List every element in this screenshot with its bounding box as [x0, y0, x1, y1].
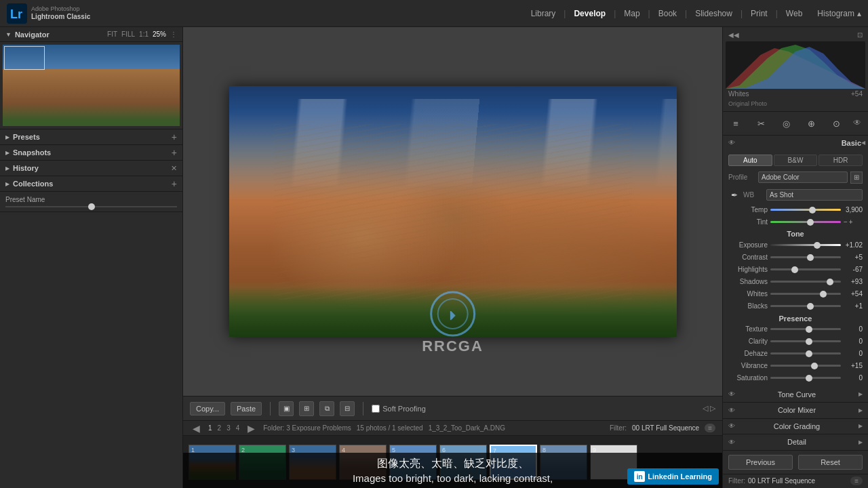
highlights-track[interactable] — [770, 268, 841, 270]
previous-button[interactable]: Previous — [728, 455, 793, 470]
clarity-track[interactable] — [770, 340, 841, 342]
profile-grid-btn[interactable]: ⊞ — [850, 171, 863, 184]
temp-value[interactable]: 3,900 — [844, 206, 863, 214]
whites-track[interactable] — [770, 293, 841, 295]
nav-print[interactable]: Print — [743, 6, 776, 21]
mode-auto-btn[interactable]: Auto — [728, 155, 772, 166]
temp-thumb[interactable] — [809, 207, 816, 214]
crop-tool-icon[interactable]: ✂ — [752, 115, 770, 132]
texture-track[interactable] — [770, 328, 841, 330]
zoom-fit[interactable]: FIT — [107, 30, 117, 38]
tint-inc-btn[interactable]: + — [849, 218, 853, 226]
color-grading-section[interactable]: 👁 Color Grading ▶ — [723, 419, 868, 435]
zoom-fill[interactable]: FILL — [121, 30, 135, 38]
histogram-corner-btn[interactable]: ◀◀ — [728, 31, 739, 39]
snapshots-header[interactable]: ▶ Snapshots + — [0, 145, 182, 160]
spot-removal-icon[interactable]: ◎ — [777, 115, 795, 132]
shadows-thumb[interactable] — [827, 279, 833, 285]
saturation-value[interactable]: 0 — [844, 374, 863, 382]
paging-prev[interactable]: ◀ — [190, 421, 203, 436]
blacks-track[interactable] — [770, 305, 841, 307]
vibrance-track[interactable] — [770, 365, 841, 367]
history-header[interactable]: ▶ History ✕ — [0, 161, 182, 176]
dehaze-thumb[interactable] — [806, 350, 812, 357]
basic-eye-icon[interactable]: 👁 — [728, 139, 735, 146]
left-panel-collapse-icon[interactable]: ▼ — [5, 31, 12, 38]
paste-button[interactable]: Paste — [231, 402, 262, 415]
nav-web[interactable]: Web — [778, 6, 810, 21]
contrast-track[interactable] — [770, 256, 841, 258]
view-single-icon[interactable]: ▣ — [279, 401, 294, 416]
snapshots-add-btn[interactable]: + — [172, 147, 177, 158]
color-mixer-eye-icon[interactable]: 👁 — [728, 407, 735, 414]
basic-panel-header[interactable]: 👁 Basic ◀ — [723, 136, 868, 150]
exposure-value[interactable]: +1.02 — [844, 241, 863, 249]
red-eye-icon[interactable]: ⊕ — [803, 115, 821, 132]
basic-panel-arrow[interactable]: ◀ — [861, 140, 865, 146]
contrast-value[interactable]: +5 — [844, 253, 863, 261]
nav-zoom-box[interactable] — [4, 46, 45, 70]
histogram-expand-btn[interactable]: ⊡ — [857, 31, 863, 39]
view-survey-icon[interactable]: ⊟ — [340, 401, 355, 416]
tint-track[interactable] — [770, 221, 841, 223]
nav-map[interactable]: Map — [616, 6, 648, 21]
whites-thumb[interactable] — [820, 291, 827, 298]
texture-thumb[interactable] — [806, 326, 812, 333]
page-4-btn[interactable]: 4 — [236, 424, 240, 432]
tint-value[interactable]: − + — [844, 218, 863, 226]
histogram-collapse-icon[interactable]: ▴ — [857, 9, 861, 18]
exposure-thumb[interactable] — [814, 242, 821, 249]
nav-library[interactable]: Library — [523, 6, 564, 21]
presets-add-btn[interactable]: + — [172, 131, 177, 142]
page-3-btn[interactable]: 3 — [226, 424, 231, 432]
vibrance-thumb[interactable] — [811, 363, 818, 369]
saturation-track[interactable] — [770, 377, 841, 379]
wb-preset-select[interactable]: As Shot — [766, 189, 863, 201]
develop-basic-tool-icon[interactable]: ≡ — [727, 115, 745, 132]
mode-hdr-btn[interactable]: HDR — [818, 155, 863, 166]
color-mixer-section[interactable]: 👁 Color Mixer ▶ — [723, 403, 868, 419]
history-clear-btn[interactable]: ✕ — [171, 164, 177, 173]
zoom-1to1[interactable]: 1:1 — [139, 30, 149, 38]
vibrance-value[interactable]: +15 — [844, 362, 863, 369]
view-grid-icon[interactable]: ⊞ — [299, 401, 314, 416]
view-compare-icon[interactable]: ⧉ — [319, 401, 334, 416]
page-1-btn[interactable]: 1 — [208, 424, 212, 432]
dehaze-track[interactable] — [770, 352, 841, 354]
page-2-btn[interactable]: 2 — [218, 424, 222, 432]
image-area[interactable]: ⏵ RRCGA — [183, 27, 722, 396]
mode-bw-btn[interactable]: B&W — [774, 155, 818, 166]
tint-dec-btn[interactable]: − — [844, 218, 848, 226]
nav-book[interactable]: Book — [650, 6, 685, 21]
texture-value[interactable]: 0 — [844, 325, 863, 333]
reset-button[interactable]: Reset — [798, 455, 863, 470]
nav-slideshow[interactable]: Slideshow — [687, 6, 741, 21]
temp-track[interactable] — [770, 209, 841, 211]
graduated-filter-icon[interactable]: ⊙ — [828, 115, 846, 132]
soft-proofing-control[interactable]: Soft Proofing — [372, 405, 426, 413]
exposure-track[interactable] — [770, 244, 841, 246]
tone-curve-eye-icon[interactable]: 👁 — [728, 390, 735, 398]
color-grading-eye-icon[interactable]: 👁 — [728, 422, 735, 430]
contrast-thumb[interactable] — [807, 254, 814, 261]
detail-section[interactable]: 👁 Detail ▶ — [723, 434, 868, 451]
clarity-value[interactable]: 0 — [844, 338, 863, 345]
wb-eyedropper-icon[interactable]: ✒ — [728, 189, 741, 201]
zoom-25[interactable]: 25% — [153, 30, 166, 38]
presets-header[interactable]: ▶ Presets + — [0, 129, 182, 144]
highlights-thumb[interactable] — [791, 266, 798, 273]
collections-header[interactable]: ▶ Collections + — [0, 176, 182, 191]
preset-amount-thumb[interactable] — [88, 203, 95, 210]
saturation-thumb[interactable] — [806, 375, 812, 382]
soft-proofing-checkbox[interactable] — [372, 405, 380, 413]
histogram-toggle-btn[interactable]: Histogram — [817, 9, 854, 18]
nav-develop[interactable]: Develop — [566, 6, 614, 21]
profile-value[interactable]: Adobe Color — [758, 171, 848, 183]
dehaze-value[interactable]: 0 — [844, 350, 863, 357]
clarity-thumb[interactable] — [806, 338, 812, 345]
filter-bar-value[interactable]: 00 LRT Full Sequence — [748, 477, 815, 485]
whites-value[interactable]: +54 — [844, 290, 863, 298]
shadows-value[interactable]: +93 — [844, 278, 863, 285]
collections-add-btn[interactable]: + — [172, 178, 177, 189]
highlights-value[interactable]: -67 — [844, 266, 863, 273]
